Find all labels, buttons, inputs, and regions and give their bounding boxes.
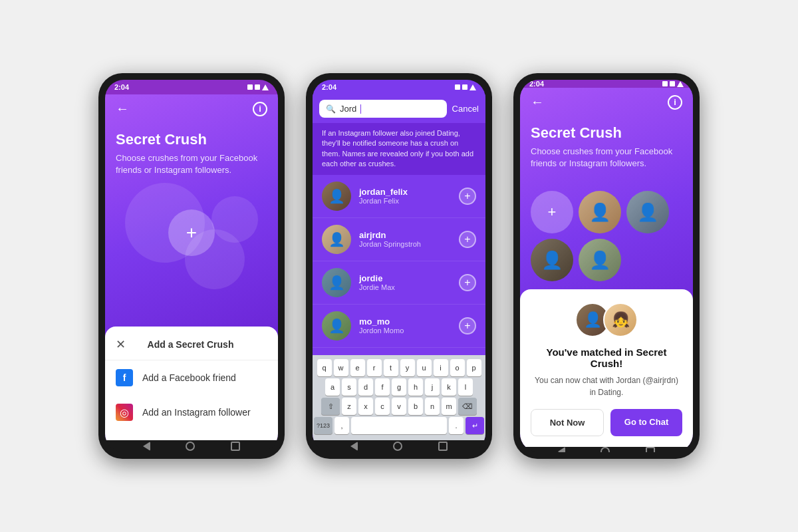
add-button-1[interactable]: + — [459, 188, 476, 205]
key-period[interactable]: . — [449, 417, 464, 434]
phone1-status-icons — [247, 84, 269, 90]
circles-area: + — [105, 190, 278, 327]
key-num[interactable]: ?123 — [314, 417, 332, 434]
search-icon: 🔍 — [326, 104, 336, 114]
keyboard-row-1: q w e r t y u i o p — [314, 359, 484, 376]
key-o[interactable]: o — [450, 359, 465, 376]
phone1-device: 2:04 ← i Secret Crush Choose crushes fro… — [98, 73, 285, 459]
cancel-button[interactable]: Cancel — [452, 104, 479, 114]
recents-nav[interactable] — [231, 442, 240, 451]
back-nav[interactable] — [350, 442, 358, 451]
add-more-button[interactable]: + — [531, 191, 573, 233]
key-backspace[interactable]: ⌫ — [458, 398, 477, 415]
phone3-statusbar: 2:04 — [520, 80, 693, 88]
key-shift[interactable]: ⇧ — [321, 398, 340, 415]
add-button-3[interactable]: + — [459, 274, 476, 291]
key-enter[interactable]: ↵ — [466, 417, 484, 434]
key-d[interactable]: d — [358, 378, 373, 396]
avatar-2: 👤 — [322, 225, 351, 254]
facebook-icon: f — [116, 369, 133, 386]
wifi-icon — [662, 81, 668, 86]
key-j[interactable]: j — [425, 378, 440, 396]
back-nav[interactable] — [143, 442, 150, 451]
result-item-1[interactable]: 👤 jordan_felix Jordan Felix + — [313, 175, 485, 218]
key-t[interactable]: t — [384, 359, 398, 376]
crush-grid: + 👤 👤 👤 👤 — [520, 183, 693, 289]
match-title: You've matched in Secret Crush! — [531, 346, 682, 369]
match-avatars: 👤 👧 — [531, 303, 682, 337]
key-x[interactable]: x — [358, 398, 373, 415]
key-e[interactable]: e — [350, 359, 365, 376]
keyboard: q w e r t y u i o p a s d — [313, 355, 485, 440]
phone2-device: 2:04 🔍 Jord Cancel — [306, 73, 492, 459]
recents-nav[interactable] — [646, 447, 655, 452]
keyboard-row-2: a s d f g h j k l — [314, 378, 484, 396]
search-input-container[interactable]: 🔍 Jord — [319, 100, 447, 118]
add-button-4[interactable]: + — [459, 317, 476, 334]
username-2: airjrdn — [359, 230, 451, 240]
sheet-close-button[interactable]: ✕ — [116, 337, 126, 352]
phone3-navbar — [520, 447, 693, 452]
info-button[interactable]: i — [253, 102, 267, 116]
go-to-chat-button[interactable]: Go to Chat — [610, 409, 682, 436]
match-avatar-crush: 👧 — [603, 303, 638, 337]
home-nav[interactable] — [393, 442, 402, 451]
back-nav[interactable] — [558, 447, 565, 452]
phone2-statusbar: 2:04 — [313, 80, 485, 94]
keyboard-row-4: ?123 , . ↵ — [314, 417, 484, 434]
add-facebook-item[interactable]: f Add a Facebook friend — [105, 360, 278, 395]
username-3: jordie — [359, 273, 451, 283]
back-button[interactable]: ← — [531, 94, 544, 110]
home-nav[interactable] — [186, 442, 195, 451]
key-g[interactable]: g — [392, 378, 406, 396]
key-y[interactable]: y — [400, 359, 415, 376]
home-nav[interactable] — [600, 447, 610, 452]
key-space[interactable] — [351, 417, 447, 434]
key-r[interactable]: r — [367, 359, 382, 376]
result-item-4[interactable]: 👤 mo_mo Jordon Momo + — [313, 305, 485, 348]
match-description: You can now chat with Jordan (@airjrdn) … — [531, 374, 682, 398]
key-a[interactable]: a — [325, 378, 340, 396]
key-comma[interactable]: , — [334, 417, 349, 434]
key-v[interactable]: v — [392, 398, 406, 415]
key-s[interactable]: s — [342, 378, 356, 396]
key-w[interactable]: w — [334, 359, 348, 376]
key-b[interactable]: b — [408, 398, 423, 415]
key-q[interactable]: q — [317, 359, 332, 376]
key-n[interactable]: n — [425, 398, 440, 415]
info-button[interactable]: i — [668, 95, 682, 110]
avatar-1: 👤 — [322, 182, 351, 211]
battery-icon — [262, 84, 269, 90]
cursor — [360, 104, 361, 114]
phone3-screen: 2:04 ← i Secret Crush Choose crushes fro… — [520, 80, 693, 452]
phone1: 2:04 ← i Secret Crush Choose crushes fro… — [98, 73, 285, 459]
result-item-2[interactable]: 👤 airjrdn Jordan Springstroh + — [313, 218, 485, 261]
key-p[interactable]: p — [467, 359, 481, 376]
phone3-header: ← i — [520, 88, 693, 114]
add-instagram-label: Add an Instagram follower — [142, 407, 251, 418]
key-z[interactable]: z — [342, 398, 356, 415]
key-f[interactable]: f — [375, 378, 390, 396]
username-1: jordan_felix — [359, 187, 451, 197]
key-k[interactable]: k — [442, 378, 456, 396]
key-m[interactable]: m — [442, 398, 456, 415]
result-item-3[interactable]: 👤 jordie Jordie Max + — [313, 261, 485, 305]
key-i[interactable]: i — [434, 359, 448, 376]
signal-icon — [255, 84, 260, 90]
add-button-2[interactable]: + — [459, 231, 476, 248]
back-button[interactable]: ← — [116, 101, 129, 116]
add-instagram-item[interactable]: ◎ Add an Instagram follower — [105, 395, 278, 430]
result-info-2: airjrdn Jordan Springstroh — [359, 230, 451, 248]
key-u[interactable]: u — [417, 359, 432, 376]
key-l[interactable]: l — [458, 378, 473, 396]
avatar-4: 👤 — [322, 311, 351, 340]
search-results: 👤 jordan_felix Jordan Felix + 👤 airjrdn … — [313, 175, 485, 355]
key-c[interactable]: c — [375, 398, 390, 415]
not-now-button[interactable]: Not Now — [531, 409, 604, 436]
key-h[interactable]: h — [408, 378, 423, 396]
recents-nav[interactable] — [438, 442, 448, 451]
add-crush-button[interactable]: + — [168, 209, 215, 256]
battery-icon — [469, 84, 476, 90]
search-input[interactable]: Jord — [340, 104, 356, 114]
page-title: Secret Crush — [520, 114, 693, 146]
